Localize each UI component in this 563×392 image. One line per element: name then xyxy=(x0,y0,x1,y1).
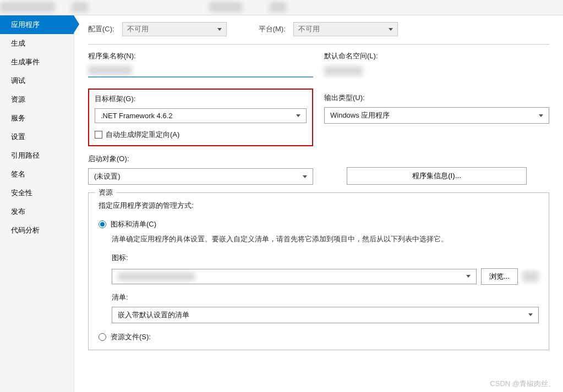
config-dropdown[interactable]: 不可用 xyxy=(122,22,227,36)
sidebar-item-resources[interactable]: 资源 xyxy=(0,90,74,109)
radio-resource-file-label: 资源文件(S): xyxy=(111,332,151,342)
chevron-down-icon xyxy=(303,175,307,178)
startup-object-dropdown[interactable]: (未设置) xyxy=(88,168,313,185)
resources-section: 资源 指定应用程序资源的管理方式: 图标和清单(C) 清单确定应用程序的具体设置… xyxy=(88,192,549,350)
radio-icon-manifest-label: 图标和清单(C) xyxy=(111,219,156,229)
chevron-down-icon xyxy=(539,114,543,117)
default-namespace-input[interactable] xyxy=(324,65,549,78)
target-framework-value: .NET Framework 4.6.2 xyxy=(101,112,173,120)
sidebar-item-services[interactable]: 服务 xyxy=(0,109,74,128)
auto-binding-label: 自动生成绑定重定向(A) xyxy=(106,130,179,140)
chevron-down-icon xyxy=(389,28,393,31)
config-label: 配置(C): xyxy=(88,24,114,34)
chevron-down-icon xyxy=(528,313,533,316)
sidebar-item-build-events[interactable]: 生成事件 xyxy=(0,53,74,71)
icon-dropdown[interactable] xyxy=(112,269,477,284)
platform-label: 平台(M): xyxy=(259,24,286,34)
highlighted-section: 目标框架(G): .NET Framework 4.6.2 自动生成绑定重定向(… xyxy=(88,89,313,146)
sidebar-item-security[interactable]: 安全性 xyxy=(0,184,74,202)
target-framework-label: 目标框架(G): xyxy=(95,94,307,104)
radio-icon-manifest[interactable] xyxy=(99,220,106,228)
manifest-dropdown[interactable]: 嵌入带默认设置的清单 xyxy=(112,307,539,323)
platform-dropdown[interactable]: 不可用 xyxy=(293,22,398,36)
chevron-down-icon xyxy=(217,28,222,31)
main-container: 应用程序 生成 生成事件 调试 资源 服务 设置 引用路径 签名 安全性 发布 … xyxy=(0,15,563,392)
sidebar-item-build[interactable]: 生成 xyxy=(0,34,74,53)
startup-object-value: (未设置) xyxy=(94,172,121,181)
sidebar: 应用程序 生成 生成事件 调试 资源 服务 设置 引用路径 签名 安全性 发布 … xyxy=(0,15,74,392)
output-type-label: 输出类型(U): xyxy=(324,93,549,103)
platform-value: 不可用 xyxy=(298,24,320,34)
resources-description: 指定应用程序资源的管理方式: xyxy=(99,201,539,211)
sidebar-item-publish[interactable]: 发布 xyxy=(0,202,74,221)
config-value: 不可用 xyxy=(127,24,149,34)
radio-resource-file[interactable] xyxy=(99,333,106,341)
target-framework-dropdown[interactable]: .NET Framework 4.6.2 xyxy=(95,108,307,123)
top-bar xyxy=(0,0,563,15)
sidebar-item-application[interactable]: 应用程序 xyxy=(0,15,74,34)
manifest-label: 清单: xyxy=(112,292,539,302)
chevron-down-icon xyxy=(296,114,300,117)
resources-title: 资源 xyxy=(95,187,116,197)
assembly-name-input[interactable] xyxy=(88,65,313,78)
sidebar-item-code-analysis[interactable]: 代码分析 xyxy=(0,221,74,240)
manifest-value: 嵌入带默认设置的清单 xyxy=(118,310,189,320)
assembly-name-label: 程序集名称(N): xyxy=(88,51,313,61)
default-namespace-label: 默认命名空间(L): xyxy=(324,51,549,61)
startup-object-label: 启动对象(O): xyxy=(88,154,313,164)
content-panel: 配置(C): 不可用 平台(M): 不可用 程序集名称(N): 默认命名空间(L… xyxy=(74,15,563,392)
manifest-help-text: 清单确定应用程序的具体设置。要嵌入自定义清单，请首先将它添加到项目中，然后从以下… xyxy=(112,234,539,245)
sidebar-item-reference-paths[interactable]: 引用路径 xyxy=(0,146,74,165)
sidebar-item-settings[interactable]: 设置 xyxy=(0,128,74,146)
sidebar-item-debug[interactable]: 调试 xyxy=(0,71,74,90)
browse-button[interactable]: 浏览... xyxy=(481,268,518,285)
auto-binding-checkbox[interactable] xyxy=(95,131,102,139)
icon-preview xyxy=(522,271,539,282)
assembly-info-button[interactable]: 程序集信息(I)... xyxy=(347,167,527,185)
output-type-value: Windows 应用程序 xyxy=(330,111,390,120)
icon-label: 图标: xyxy=(112,253,539,263)
sidebar-item-signing[interactable]: 签名 xyxy=(0,165,74,184)
chevron-down-icon xyxy=(466,275,471,278)
output-type-dropdown[interactable]: Windows 应用程序 xyxy=(324,107,549,124)
config-row: 配置(C): 不可用 平台(M): 不可用 xyxy=(88,22,549,45)
